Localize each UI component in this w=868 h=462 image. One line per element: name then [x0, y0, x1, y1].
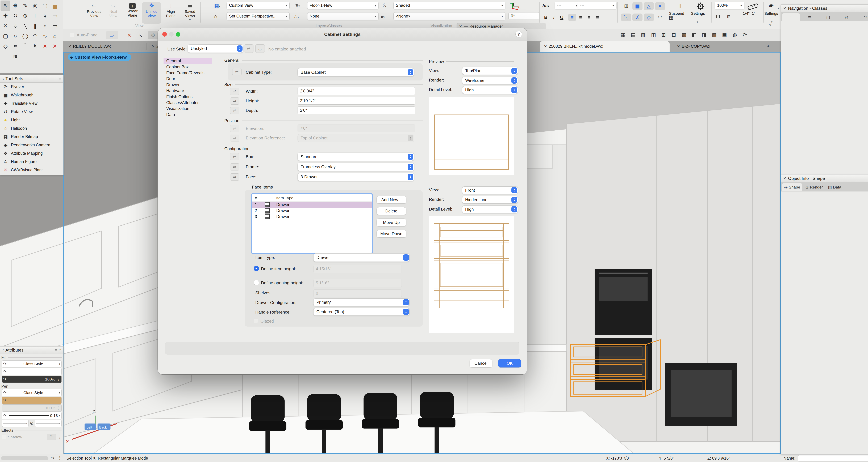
- kebab-menu-icon[interactable]: ⋮: [56, 377, 60, 382]
- view-indicator-pill[interactable]: ⬙ Custom View Floor-1-New: [68, 54, 131, 61]
- settings-category-item[interactable]: Door: [163, 76, 212, 82]
- resize-mode-icon[interactable]: ↔: [136, 31, 147, 39]
- settings-category-item[interactable]: Face Frame/Reveals: [163, 70, 212, 76]
- perspective-icon[interactable]: ⌂: [214, 13, 217, 19]
- palette-tool-button[interactable]: ✕: [50, 41, 60, 51]
- text-align-button[interactable]: ≡: [585, 14, 593, 21]
- frame-select[interactable]: Frameless Overlay▴▾: [298, 163, 414, 171]
- palette-tool-button[interactable]: ∥: [30, 21, 40, 31]
- depth-field[interactable]: 2'0": [298, 106, 415, 114]
- view-toolbar-button[interactable]: ⇦ Previous View ▾: [85, 2, 104, 24]
- palette-tool-button[interactable]: ∿: [40, 31, 50, 41]
- ok-button[interactable]: OK: [498, 359, 521, 367]
- tool-set-item[interactable]: ▣ Walkthrough: [0, 91, 63, 99]
- rotation-field[interactable]: 0°: [508, 12, 539, 20]
- pen-style-select[interactable]: ↷ Class Style ▾: [2, 389, 62, 396]
- palette-tool-button[interactable]: ✕: [1, 21, 10, 31]
- palette-tool-button[interactable]: ✚: [1, 11, 10, 21]
- zoom-button[interactable]: [176, 32, 180, 37]
- auto-plane-checkbox[interactable]: [70, 33, 74, 37]
- secondary-toolbar-icon[interactable]: ▧: [680, 31, 688, 39]
- tool-set-item[interactable]: ▦ Render Bitmap: [0, 132, 63, 141]
- glazed-checkbox[interactable]: [254, 319, 258, 323]
- gear-icon[interactable]: [696, 2, 705, 10]
- text-align-button[interactable]: ≡: [593, 14, 601, 21]
- zoom-select[interactable]: 100%▾: [715, 2, 744, 9]
- settings-category-item[interactable]: Finish Options: [163, 94, 212, 100]
- tool-set-item[interactable]: ⟳ Flyover: [0, 82, 63, 91]
- face-select[interactable]: 3-Drawer▴▾: [298, 173, 414, 181]
- snap-toggle-button[interactable]: △: [644, 2, 654, 10]
- palette-tool-button[interactable]: ↳: [40, 11, 50, 21]
- palette-tool-button[interactable]: ⌒: [20, 41, 30, 51]
- palette-tool-button[interactable]: ═: [1, 51, 10, 61]
- close-icon[interactable]: ✕: [783, 176, 786, 181]
- palette-tool-button[interactable]: ◯: [20, 31, 30, 41]
- tool-set-item[interactable]: ✚ Translate View: [0, 99, 63, 107]
- box-select[interactable]: Standard▴▾: [298, 153, 414, 161]
- classes-icon[interactable]: ∴▾: [294, 13, 299, 20]
- item-type-column-header[interactable]: Item Type: [276, 196, 293, 200]
- saved-view-select[interactable]: Custom View▾: [226, 2, 289, 9]
- palette-tool-button[interactable]: ▢: [1, 31, 10, 41]
- close-icon[interactable]: ✕: [677, 44, 680, 48]
- preview-front-detail-select[interactable]: High▴▾: [462, 205, 518, 213]
- palette-tool-button[interactable]: ↻: [10, 11, 20, 21]
- palette-tool-button[interactable]: §: [30, 41, 40, 51]
- palette-tool-button[interactable]: ⇩: [10, 21, 20, 31]
- help-icon[interactable]: ?: [769, 23, 771, 28]
- close-icon[interactable]: ✕: [152, 44, 155, 48]
- close-icon[interactable]: ✕: [459, 24, 462, 28]
- layers-icon[interactable]: ≋▾: [294, 2, 300, 8]
- dash-style-select-2[interactable]: ---▾: [578, 2, 616, 9]
- palette-tool-button[interactable]: ✳: [10, 1, 20, 10]
- preview-top-view-select[interactable]: Top/Plan▴▾: [462, 67, 518, 74]
- italic-button[interactable]: I: [550, 14, 557, 21]
- multi-drag-mode-icon[interactable]: ✥: [148, 31, 158, 39]
- palette-tool-button[interactable]: ○: [10, 31, 20, 41]
- face-list-button[interactable]: Delete: [376, 207, 406, 215]
- help-icon[interactable]: ?: [516, 31, 522, 38]
- cancel-button[interactable]: Cancel: [470, 359, 493, 367]
- view-toolbar-button[interactable]: ⇨ Next View ▾: [104, 2, 123, 24]
- fill-opacity-control[interactable]: ↷ 100% ⋮: [2, 376, 62, 383]
- secondary-toolbar-icon[interactable]: ▣: [720, 31, 729, 39]
- palette-tool-button[interactable]: ◦: [40, 21, 50, 31]
- tool-set-item[interactable]: ◉ Renderworks Camera: [0, 141, 63, 149]
- snap-toggle-button[interactable]: ⊞: [621, 2, 631, 10]
- suspend-snapping-icon[interactable]: ‖: [679, 3, 681, 9]
- fit-page-icon[interactable]: ⊡: [716, 13, 720, 20]
- new-tab-button[interactable]: +: [763, 41, 773, 52]
- line-marker-end-select[interactable]: ▾: [35, 420, 62, 427]
- tool-set-item[interactable]: ↺ Rotate View: [0, 107, 63, 116]
- palette-tool-button[interactable]: ╲: [20, 21, 30, 31]
- pen-color-swatch[interactable]: ↷: [2, 397, 62, 404]
- catalog-icon[interactable]: ◡: [255, 44, 265, 53]
- face-item-row[interactable]: 2 Drawer: [252, 208, 372, 213]
- preview-front-render-select[interactable]: Hidden Line▴▾: [462, 196, 518, 204]
- preview-front-view-select[interactable]: Front▴▾: [462, 187, 518, 194]
- object-info-tab[interactable]: ♨Render: [803, 183, 825, 191]
- background-render-select[interactable]: <None>▾: [393, 12, 505, 20]
- secondary-toolbar-icon[interactable]: ◫: [649, 31, 658, 39]
- fit-objects-icon[interactable]: ⧈: [727, 13, 730, 20]
- chevron-down-icon[interactable]: ▾: [696, 20, 698, 24]
- class-select[interactable]: None▾: [307, 12, 379, 20]
- pan-history-icon[interactable]: ↪: [51, 455, 55, 460]
- chevron-down-icon[interactable]: ▾: [771, 20, 773, 24]
- collapse-icon[interactable]: ‹: [2, 348, 4, 353]
- object-info-tab[interactable]: ◎Shape: [782, 183, 802, 191]
- snap-toggle-button[interactable]: ✕: [655, 2, 665, 10]
- close-button[interactable]: [162, 32, 167, 37]
- help-icon[interactable]: ?: [59, 348, 61, 353]
- document-tab[interactable]: ✕ B-Z- COPY.vwx: [673, 41, 714, 52]
- line-weight-select[interactable]: ↷ 0.13 ▾: [2, 412, 62, 419]
- palette-tool-button[interactable]: ◠: [30, 31, 40, 41]
- menu-icon[interactable]: ≡: [55, 348, 57, 353]
- font-style-icon[interactable]: Aa▾: [542, 3, 549, 8]
- face-list-button[interactable]: Move Up: [376, 219, 406, 226]
- snap-toggle-button[interactable]: ▣: [632, 2, 643, 10]
- object-name-field[interactable]: [798, 455, 868, 462]
- tool-set-item[interactable]: ☺ Human Figure: [0, 158, 63, 166]
- menu-icon[interactable]: ≡: [59, 76, 61, 81]
